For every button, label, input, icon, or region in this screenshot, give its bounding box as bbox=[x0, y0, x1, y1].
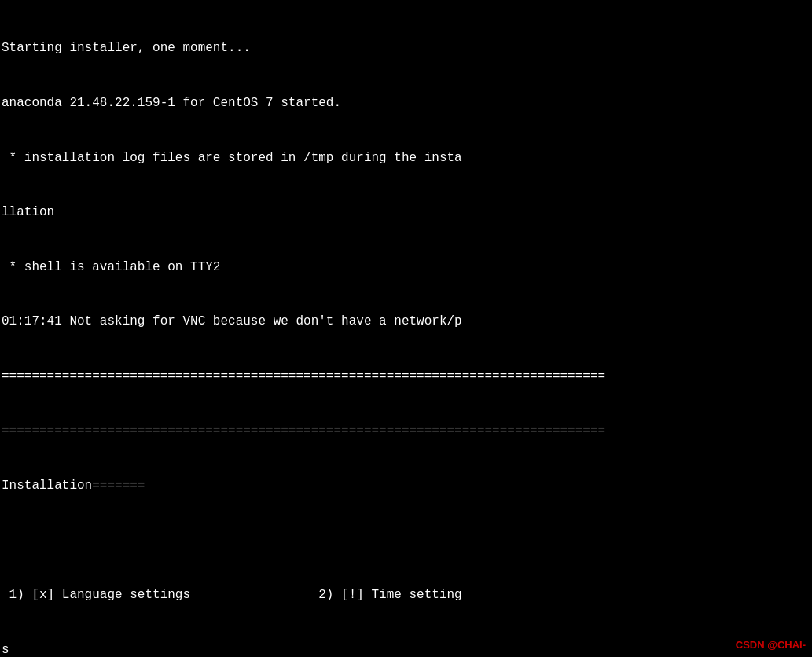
line-2: anaconda 21.48.22.159-1 for CentOS 7 sta… bbox=[0, 94, 812, 112]
watermark: CSDN @CHAI- bbox=[736, 639, 806, 651]
line-4: llation bbox=[0, 204, 812, 222]
line-7: ========================================… bbox=[0, 368, 812, 386]
line-9: Installation======= bbox=[0, 477, 812, 495]
line-10 bbox=[0, 531, 812, 549]
line-1: Starting installer, one moment... bbox=[0, 39, 812, 57]
line-12: s bbox=[0, 641, 812, 657]
line-5: * shell is available on TTY2 bbox=[0, 259, 812, 277]
line-11: 1) [x] Language settings 2) [!] Time set… bbox=[0, 586, 812, 604]
line-8: ========================================… bbox=[0, 422, 812, 440]
line-6: 01:17:41 Not asking for VNC because we d… bbox=[0, 313, 812, 331]
line-3: * installation log files are stored in /… bbox=[0, 149, 812, 167]
terminal-window: Starting installer, one moment... anacon… bbox=[0, 0, 812, 657]
